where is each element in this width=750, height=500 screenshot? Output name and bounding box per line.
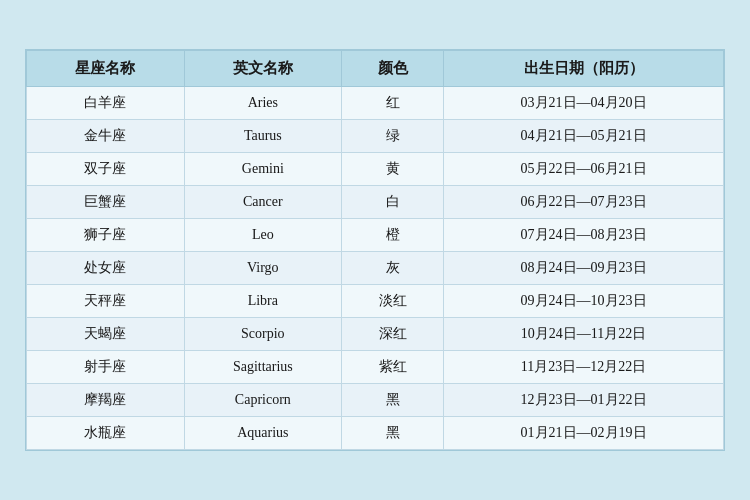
table-row: 射手座Sagittarius紫红11月23日—12月22日 <box>27 351 724 384</box>
cell-english-name: Taurus <box>184 120 342 153</box>
table-row: 白羊座Aries红03月21日—04月20日 <box>27 87 724 120</box>
cell-color: 黄 <box>342 153 444 186</box>
header-dates: 出生日期（阳历） <box>444 51 724 87</box>
cell-color: 深红 <box>342 318 444 351</box>
table-row: 巨蟹座Cancer白06月22日—07月23日 <box>27 186 724 219</box>
cell-dates: 04月21日—05月21日 <box>444 120 724 153</box>
cell-chinese-name: 处女座 <box>27 252 185 285</box>
cell-color: 淡红 <box>342 285 444 318</box>
cell-dates: 10月24日—11月22日 <box>444 318 724 351</box>
cell-dates: 03月21日—04月20日 <box>444 87 724 120</box>
cell-english-name: Capricorn <box>184 384 342 417</box>
cell-chinese-name: 水瓶座 <box>27 417 185 450</box>
cell-english-name: Leo <box>184 219 342 252</box>
table-row: 狮子座Leo橙07月24日—08月23日 <box>27 219 724 252</box>
cell-chinese-name: 天秤座 <box>27 285 185 318</box>
cell-dates: 01月21日—02月19日 <box>444 417 724 450</box>
cell-chinese-name: 射手座 <box>27 351 185 384</box>
table-row: 处女座Virgo灰08月24日—09月23日 <box>27 252 724 285</box>
cell-color: 灰 <box>342 252 444 285</box>
cell-dates: 09月24日—10月23日 <box>444 285 724 318</box>
table-body: 白羊座Aries红03月21日—04月20日金牛座Taurus绿04月21日—0… <box>27 87 724 450</box>
header-english-name: 英文名称 <box>184 51 342 87</box>
header-color: 颜色 <box>342 51 444 87</box>
cell-color: 绿 <box>342 120 444 153</box>
cell-chinese-name: 金牛座 <box>27 120 185 153</box>
header-chinese-name: 星座名称 <box>27 51 185 87</box>
cell-color: 黑 <box>342 384 444 417</box>
table-row: 双子座Gemini黄05月22日—06月21日 <box>27 153 724 186</box>
cell-color: 黑 <box>342 417 444 450</box>
table-row: 摩羯座Capricorn黑12月23日—01月22日 <box>27 384 724 417</box>
cell-color: 红 <box>342 87 444 120</box>
zodiac-table: 星座名称 英文名称 颜色 出生日期（阳历） 白羊座Aries红03月21日—04… <box>26 50 724 450</box>
cell-dates: 07月24日—08月23日 <box>444 219 724 252</box>
table-row: 天蝎座Scorpio深红10月24日—11月22日 <box>27 318 724 351</box>
cell-color: 紫红 <box>342 351 444 384</box>
cell-dates: 06月22日—07月23日 <box>444 186 724 219</box>
cell-dates: 08月24日—09月23日 <box>444 252 724 285</box>
cell-color: 白 <box>342 186 444 219</box>
table-row: 天秤座Libra淡红09月24日—10月23日 <box>27 285 724 318</box>
cell-english-name: Sagittarius <box>184 351 342 384</box>
cell-chinese-name: 天蝎座 <box>27 318 185 351</box>
cell-chinese-name: 巨蟹座 <box>27 186 185 219</box>
cell-chinese-name: 双子座 <box>27 153 185 186</box>
table-row: 水瓶座Aquarius黑01月21日—02月19日 <box>27 417 724 450</box>
cell-color: 橙 <box>342 219 444 252</box>
table-header-row: 星座名称 英文名称 颜色 出生日期（阳历） <box>27 51 724 87</box>
table-row: 金牛座Taurus绿04月21日—05月21日 <box>27 120 724 153</box>
cell-english-name: Virgo <box>184 252 342 285</box>
cell-dates: 12月23日—01月22日 <box>444 384 724 417</box>
cell-english-name: Scorpio <box>184 318 342 351</box>
cell-english-name: Cancer <box>184 186 342 219</box>
cell-english-name: Gemini <box>184 153 342 186</box>
cell-english-name: Aries <box>184 87 342 120</box>
cell-english-name: Libra <box>184 285 342 318</box>
cell-chinese-name: 摩羯座 <box>27 384 185 417</box>
cell-dates: 11月23日—12月22日 <box>444 351 724 384</box>
cell-chinese-name: 狮子座 <box>27 219 185 252</box>
cell-chinese-name: 白羊座 <box>27 87 185 120</box>
zodiac-table-container: 星座名称 英文名称 颜色 出生日期（阳历） 白羊座Aries红03月21日—04… <box>25 49 725 451</box>
cell-english-name: Aquarius <box>184 417 342 450</box>
cell-dates: 05月22日—06月21日 <box>444 153 724 186</box>
